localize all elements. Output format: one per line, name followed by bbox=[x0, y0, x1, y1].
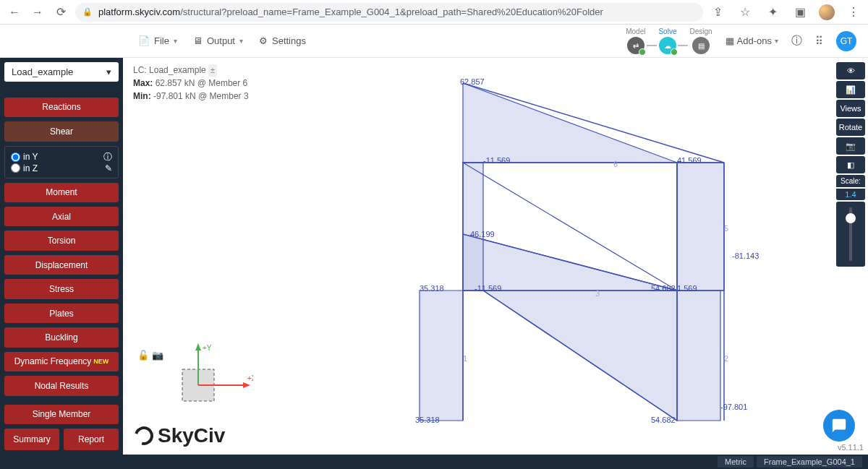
workflow-stepper: Model ⇄ Solve ☁ Design ▤ bbox=[626, 27, 712, 54]
logo: SkyCiv bbox=[135, 424, 225, 447]
logo-text: SkyCiv bbox=[158, 424, 225, 447]
btn-moment[interactable]: Moment bbox=[4, 183, 119, 202]
view-mode-icons[interactable]: 🔓 📷 bbox=[137, 350, 163, 361]
url-text: platform.skyciv.com/structural?preload_n… bbox=[98, 7, 603, 17]
shear-options: in Y ⓘ in Z ✎ bbox=[4, 146, 119, 178]
profile-avatar[interactable] bbox=[819, 4, 835, 20]
tool-camera[interactable]: 📷 bbox=[836, 137, 865, 155]
menu-settings-label: Settings bbox=[272, 35, 306, 46]
panel-icon[interactable]: ▣ bbox=[791, 5, 809, 19]
btn-report[interactable]: Report bbox=[64, 429, 119, 450]
right-toolbar: 👁 📊 Views Rotate 📷 ◧ Scale: 1.4 bbox=[836, 62, 865, 267]
user-badge[interactable]: GT bbox=[836, 31, 856, 51]
load-case-label: Load_example bbox=[12, 66, 73, 77]
share-icon[interactable]: ⇪ bbox=[709, 5, 726, 19]
workflow-model[interactable]: Model ⇄ bbox=[626, 27, 645, 54]
version-label: v5.11.1 bbox=[838, 443, 864, 452]
axes-indicator: +Y +X bbox=[166, 343, 253, 411]
svg-marker-21 bbox=[243, 382, 250, 388]
load-case-dropdown[interactable]: Load_example▾ bbox=[4, 62, 119, 82]
radio-in-z[interactable]: in Z bbox=[11, 163, 38, 173]
addons-menu[interactable]: ▦ Add-ons bbox=[726, 35, 778, 46]
sidebar: Load_example▾ Reactions Shear in Y ⓘ in … bbox=[0, 58, 123, 455]
menu-file[interactable]: 📄 File bbox=[138, 35, 177, 46]
workflow-solve[interactable]: Solve ☁ bbox=[658, 27, 676, 54]
addons-label: Add-ons bbox=[737, 35, 772, 46]
extension-icon[interactable]: ✦ bbox=[764, 5, 781, 19]
btn-torsion[interactable]: Torsion bbox=[4, 231, 119, 250]
btn-buckling[interactable]: Buckling bbox=[4, 327, 119, 347]
monitor-icon: 🖥 bbox=[193, 35, 203, 46]
tool-eye[interactable]: 👁 bbox=[836, 62, 865, 79]
info-icon[interactable]: ⓘ bbox=[103, 151, 112, 163]
browser-reload[interactable]: ⟳ bbox=[52, 5, 69, 19]
scale-value: 1.4 bbox=[836, 189, 865, 200]
svg-marker-0 bbox=[420, 291, 463, 421]
new-badge: NEW bbox=[93, 358, 109, 365]
menu-output[interactable]: 🖥 Output bbox=[193, 35, 243, 46]
svg-marker-2 bbox=[463, 291, 677, 421]
status-file[interactable]: Frame_Example_G004_1 bbox=[757, 456, 862, 468]
btn-single-member[interactable]: Single Member bbox=[4, 405, 119, 424]
lock-icon: 🔒 bbox=[82, 7, 93, 17]
status-units[interactable]: Metric bbox=[718, 456, 754, 468]
statusbar: Metric Frame_Example_G004_1 bbox=[0, 455, 868, 469]
radio-in-y[interactable]: in Y bbox=[11, 152, 38, 162]
logo-icon bbox=[131, 423, 157, 449]
btn-shear[interactable]: Shear bbox=[4, 121, 119, 141]
btn-nodal[interactable]: Nodal Results bbox=[4, 376, 119, 395]
kebab-icon[interactable]: ⋮ bbox=[845, 5, 862, 19]
star-icon[interactable]: ☆ bbox=[736, 5, 754, 19]
tool-views[interactable]: Views bbox=[836, 100, 865, 117]
btn-displacement[interactable]: Displacement bbox=[4, 255, 119, 275]
browser-back[interactable]: ← bbox=[6, 6, 23, 19]
grid-icon: ▦ bbox=[726, 35, 734, 46]
workflow-design[interactable]: Design ▤ bbox=[689, 27, 712, 54]
brush-icon[interactable]: ✎ bbox=[105, 163, 112, 173]
gear-icon: ⚙ bbox=[259, 35, 268, 46]
svg-marker-1 bbox=[677, 291, 720, 421]
apps-icon[interactable]: ⠿ bbox=[815, 35, 823, 48]
btn-axial[interactable]: Axial bbox=[4, 207, 119, 226]
btn-reactions[interactable]: Reactions bbox=[4, 98, 119, 117]
svg-marker-18 bbox=[195, 343, 201, 350]
scale-slider[interactable] bbox=[836, 202, 865, 267]
btn-dynamic[interactable]: Dynamic FrequencyNEW bbox=[4, 352, 119, 371]
btn-stress[interactable]: Stress bbox=[4, 279, 119, 298]
chat-button[interactable] bbox=[823, 410, 855, 442]
url-bar[interactable]: 🔒 platform.skyciv.com/structural?preload… bbox=[75, 3, 703, 22]
menu-settings[interactable]: ⚙ Settings bbox=[259, 35, 306, 46]
tool-chart[interactable]: 📊 bbox=[836, 81, 865, 98]
canvas[interactable]: LC: Load_example ± Max: 62.857 kN @ Memb… bbox=[123, 58, 868, 455]
svg-marker-5 bbox=[677, 163, 724, 291]
menu-file-label: File bbox=[154, 35, 169, 46]
svg-text:+X: +X bbox=[247, 374, 253, 382]
help-icon[interactable]: ⓘ bbox=[791, 34, 802, 48]
btn-summary[interactable]: Summary bbox=[4, 429, 59, 450]
file-icon: 📄 bbox=[138, 35, 150, 46]
scale-label: Scale: bbox=[836, 175, 865, 187]
browser-forward[interactable]: → bbox=[29, 6, 46, 19]
svg-text:+Y: +Y bbox=[203, 344, 212, 352]
tool-cube[interactable]: ◧ bbox=[836, 156, 865, 173]
svg-marker-4 bbox=[463, 163, 483, 291]
menu-output-label: Output bbox=[207, 35, 235, 46]
tool-rotate[interactable]: Rotate bbox=[836, 119, 865, 136]
btn-plates[interactable]: Plates bbox=[4, 304, 119, 323]
